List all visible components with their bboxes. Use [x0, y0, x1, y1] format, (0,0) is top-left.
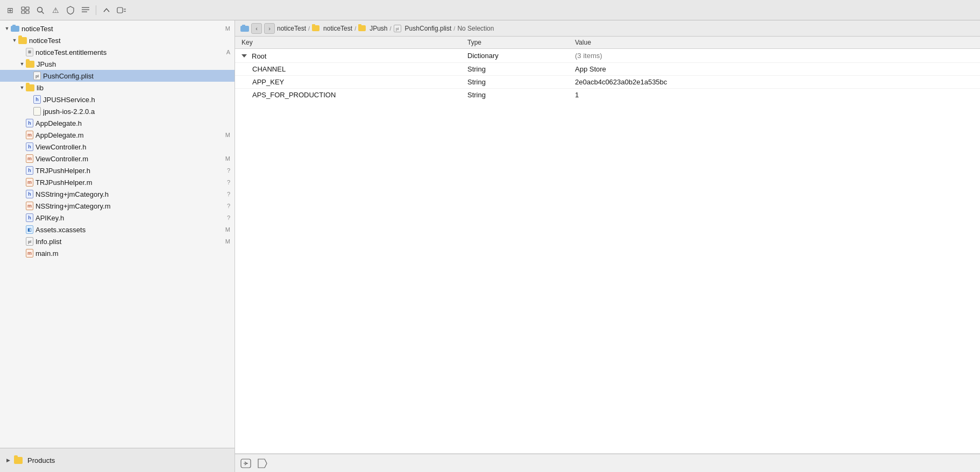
xcassets-file-icon: ◧ — [26, 225, 33, 234]
path-sep-3: / — [390, 25, 392, 32]
sidebar-label: Assets.xcassets — [35, 226, 223, 234]
main-area: noticeTest M noticeTest ⊞ noticeTest.ent… — [0, 20, 980, 472]
a-file-icon — [33, 107, 41, 116]
toolbar-icon-6[interactable] — [80, 4, 91, 16]
toolbar-icon-8[interactable] — [116, 4, 127, 16]
h-file-icon: h — [26, 166, 33, 175]
sidebar-badge: M — [225, 132, 230, 138]
h-file-icon: h — [26, 213, 33, 222]
folder-yellow-icon — [26, 61, 34, 68]
entitlements-file-icon: ⊞ — [26, 48, 33, 56]
path-nav-forward[interactable]: › — [264, 23, 275, 34]
svg-rect-9 — [117, 8, 123, 13]
sidebar-badge: ? — [227, 214, 230, 221]
triangle-open-icon — [18, 84, 26, 91]
toolbar-icon-7[interactable] — [101, 4, 112, 16]
sidebar-item-info-plist[interactable]: pl Info.plist M — [0, 235, 235, 247]
path-segment-noticetest[interactable]: noticeTest — [277, 25, 306, 32]
table-row[interactable]: Root Dictionary (3 items) — [235, 49, 980, 63]
path-segment-noticetest2[interactable]: noticeTest — [323, 25, 352, 32]
sidebar-item-lib[interactable]: lib — [0, 82, 235, 94]
sidebar-item-viewcontroller-m[interactable]: m ViewController.m M — [0, 153, 235, 165]
svg-rect-3 — [26, 11, 29, 13]
sidebar-label: NSString+jmCategory.m — [35, 202, 225, 210]
sidebar-badge: M — [225, 155, 230, 162]
sidebar-label: APIKey.h — [35, 214, 225, 222]
sidebar-item-jpush-ios[interactable]: jpush-ios-2.2.0.a — [0, 105, 235, 117]
m-file-icon: m — [26, 178, 33, 187]
plist-type-root: Dictionary — [461, 49, 569, 63]
sidebar-item-entitlements[interactable]: ⊞ noticeTest.entitlements A — [0, 46, 235, 58]
sidebar-item-jpushservice-h[interactable]: h JPUSHService.h — [0, 94, 235, 105]
plist-key-channel: CHANNEL — [252, 65, 286, 73]
sidebar-label: main.m — [35, 249, 228, 258]
plist-file-icon: pl — [33, 71, 41, 80]
toolbar-separator — [96, 5, 96, 15]
sidebar-item-viewcontroller-h[interactable]: h ViewController.h — [0, 141, 235, 153]
toolbar-icon-5[interactable] — [65, 4, 76, 16]
sidebar-item-nsstring-m[interactable]: m NSString+jmCategory.m ? — [0, 200, 235, 212]
table-row[interactable]: APS_FOR_PRODUCTION String 1 — [235, 88, 980, 101]
sidebar-item-trjpushhelper-m[interactable]: m TRJPushHelper.m ? — [0, 176, 235, 188]
sidebar-badge: ? — [227, 167, 230, 174]
sidebar-item-appdelegate-m[interactable]: m AppDelegate.m M — [0, 129, 235, 141]
products-item[interactable]: Products — [4, 448, 55, 472]
sidebar-badge: M — [225, 238, 230, 245]
path-segment-pushconfig[interactable]: PushConfig.plist — [405, 25, 452, 32]
sidebar-label: JPUSHService.h — [43, 96, 228, 104]
plist-type-channel: String — [461, 62, 569, 75]
file-tree: noticeTest M noticeTest ⊞ noticeTest.ent… — [0, 20, 235, 448]
plist-add-icon[interactable] — [239, 457, 252, 470]
plist-key-aps: APS_FOR_PRODUCTION — [252, 91, 336, 99]
sidebar-label: ViewController.h — [35, 143, 228, 151]
sidebar-footer[interactable]: Products — [0, 448, 235, 472]
triangle-closed-icon — [4, 456, 12, 464]
table-row[interactable]: CHANNEL String App Store — [235, 62, 980, 75]
sidebar-label: noticeTest.entitlements — [35, 48, 224, 56]
folder-yellow-icon — [26, 84, 34, 91]
path-folder-icon-1 — [312, 25, 319, 31]
sidebar-label: TRJPushHelper.h — [35, 167, 225, 175]
toolbar-icon-2[interactable] — [19, 4, 31, 16]
sidebar-item-trjpushhelper-h[interactable]: h TRJPushHelper.h ? — [0, 165, 235, 176]
h-file-icon: h — [26, 119, 33, 127]
sidebar-label: AppDelegate.h — [35, 119, 228, 127]
sidebar-item-nsstring-h[interactable]: h NSString+jmCategory.h ? — [0, 188, 235, 200]
sidebar-label: jpush-ios-2.2.0.a — [43, 108, 228, 116]
svg-rect-14 — [240, 26, 249, 32]
plist-tag-icon[interactable] — [255, 457, 268, 470]
sidebar-item-appdelegate-h[interactable]: h AppDelegate.h — [0, 117, 235, 129]
plist-value-aps: 1 — [569, 88, 980, 101]
path-bar: ‹ › noticeTest / noticeTest / JPush / pl… — [235, 20, 980, 37]
sidebar-label: ViewController.m — [35, 155, 223, 163]
plist-file-icon: pl — [26, 237, 33, 246]
path-folder-icon-2 — [358, 25, 366, 31]
plist-value-channel: App Store — [569, 62, 980, 75]
plist-key-root: Root — [252, 52, 266, 60]
sidebar-item-noticetest-folder[interactable]: noticeTest — [0, 34, 235, 46]
table-row[interactable]: APP_KEY String 2e0acb4c0623a0b2e1a535bc — [235, 75, 980, 88]
sidebar-item-main-m[interactable]: m main.m — [0, 247, 235, 259]
sidebar-badge: ? — [227, 179, 230, 185]
folder-yellow-icon — [14, 457, 23, 464]
plist-row-triangle-open — [242, 54, 247, 58]
sidebar-badge: M — [225, 226, 230, 233]
toolbar-icon-3[interactable] — [34, 4, 46, 16]
m-file-icon: m — [26, 202, 33, 210]
path-nav-back[interactable]: ‹ — [251, 23, 262, 34]
sidebar-item-assets[interactable]: ◧ Assets.xcassets M — [0, 224, 235, 235]
toolbar-icon-4[interactable]: ⚠ — [49, 4, 61, 16]
sidebar-item-jpush[interactable]: JPush — [0, 58, 235, 70]
sidebar-badge: A — [226, 49, 230, 55]
sidebar-item-noticetest-root[interactable]: noticeTest M — [0, 23, 235, 34]
col-header-type: Type — [461, 37, 569, 49]
path-sep-2: / — [354, 25, 356, 32]
sidebar-item-pushconfig[interactable]: pl PushConfig.plist — [0, 70, 235, 82]
toolbar-icon-1[interactable]: ⊞ — [4, 4, 16, 16]
sidebar-item-apikey-h[interactable]: h APIKey.h ? — [0, 212, 235, 224]
sidebar-label: TRJPushHelper.m — [35, 178, 225, 187]
project-icon — [11, 25, 19, 32]
triangle-open-icon — [3, 25, 11, 32]
path-segment-jpush[interactable]: JPush — [370, 25, 387, 32]
sidebar: noticeTest M noticeTest ⊞ noticeTest.ent… — [0, 20, 235, 472]
